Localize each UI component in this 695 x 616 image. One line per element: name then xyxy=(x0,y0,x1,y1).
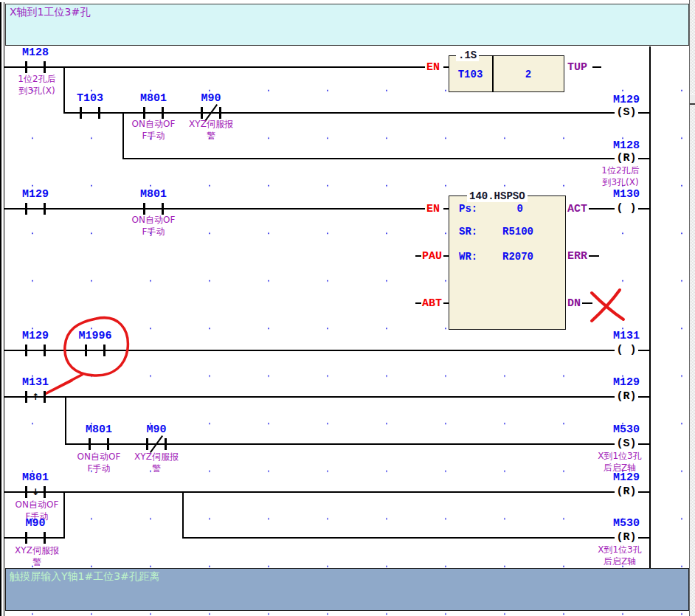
coil-label-n4-m530-set: M530 xyxy=(601,424,652,436)
contact-n5-m801-falling[interactable]: ↓ xyxy=(25,486,46,498)
coil-label-n1-m128-rst: M128 xyxy=(601,140,652,152)
coil-n4-m530-set[interactable]: (S) xyxy=(612,437,641,451)
contact-label-n3-m1996: M1996 xyxy=(59,331,131,342)
contact-n2-m801[interactable] xyxy=(143,203,164,215)
ladder-editor-canvas: X轴到1工位3#孔 M128 1位2孔后 到3孔(X) EN .1S T103 … xyxy=(0,0,695,616)
coil-comment-n4-m530-set: X到1位3孔 后启Z轴 xyxy=(587,450,652,474)
hspso-pin-err: ERR xyxy=(567,251,587,262)
contact-n1-t103[interactable] xyxy=(80,107,100,119)
contact-label-n3-m129: M129 xyxy=(6,331,65,342)
hspso-param-value-ps: 0 xyxy=(489,203,523,215)
network-comment-top[interactable]: X轴到1工位3#孔 xyxy=(5,4,689,46)
coil-label-n2-m130: M130 xyxy=(601,189,652,201)
coil-comment-n5-m530-rst: X到1位3孔 后启Z轴 xyxy=(587,544,652,567)
contact-label-n1-m128: M128 xyxy=(6,47,65,59)
contact-n1-m801[interactable] xyxy=(143,107,164,119)
hspso-pin-pau: PAU xyxy=(422,251,442,262)
network-comment-bottom-text: 触摸屏输入Y轴1#工位3#孔距离 xyxy=(10,570,160,584)
left-power-rail-outer xyxy=(0,2,1,616)
hspso-pin-abt: ABT xyxy=(422,298,442,309)
timer-name: T103 xyxy=(449,69,492,80)
falling-edge-icon: ↓ xyxy=(27,486,44,498)
contact-comment-n2-m801: ON自动OF F手动 xyxy=(115,214,192,238)
contact-label-n5-m801: M801 xyxy=(6,472,65,484)
hspso-block-title: 140.HSPSO xyxy=(467,190,528,202)
contact-label-n1-t103: T103 xyxy=(60,93,120,105)
contact-n1-m90-nc[interactable] xyxy=(201,107,221,119)
contact-comment-n1-m90: XYZ伺服报 警 xyxy=(173,118,249,142)
coil-n1-m128-rst[interactable]: (R) xyxy=(612,152,641,165)
contact-n2-m129[interactable] xyxy=(25,203,46,215)
coil-label-n4-m129-rst: M129 xyxy=(601,377,652,389)
right-power-rail xyxy=(649,46,651,568)
contact-n4-m90-nc[interactable] xyxy=(146,438,167,450)
contact-n1-m128[interactable] xyxy=(25,61,46,73)
network-comment-top-text: X轴到1工位3#孔 xyxy=(10,6,90,19)
contact-label-n2-m801: M801 xyxy=(124,189,183,201)
hspso-pin-act: ACT xyxy=(567,204,587,215)
coil-n5-m530-rst[interactable]: (R) xyxy=(612,531,641,544)
coil-n5-m129-rst[interactable]: (R) xyxy=(612,485,641,499)
hspso-param-value-wr: R2070 xyxy=(489,251,533,263)
contact-label-n1-m90: M90 xyxy=(181,93,241,105)
coil-label-n3-m131: M131 xyxy=(601,331,652,342)
contact-n3-m129[interactable] xyxy=(25,345,46,356)
coil-n1-m129-set[interactable]: (S) xyxy=(612,106,641,120)
contact-label-n5-m90: M90 xyxy=(6,518,65,530)
contact-n3-m1996[interactable] xyxy=(85,345,106,356)
coil-n3-m131-out[interactable]: ( ) xyxy=(612,344,641,357)
network-comment-bottom[interactable]: 触摸屏输入Y轴1#工位3#孔距离 xyxy=(5,568,689,611)
timer-pin-tup: TUP xyxy=(567,62,587,73)
contact-n4-m801[interactable] xyxy=(89,438,109,450)
coil-comment-n1-m128-rst: 1位2孔后 到3孔(X) xyxy=(589,165,652,188)
vertical-scrollbar-thumb[interactable] xyxy=(690,94,695,105)
hspso-function-block[interactable] xyxy=(449,195,566,330)
timer-time-base: .1S xyxy=(456,49,479,61)
contact-label-n1-m801: M801 xyxy=(124,93,183,105)
hspso-param-value-sr: R5100 xyxy=(489,226,533,238)
coil-label-n5-m129-rst: M129 xyxy=(601,472,652,484)
hspso-param-label-wr: WR: xyxy=(459,251,477,263)
contact-n4-m131-rising[interactable]: ↑ xyxy=(25,391,46,403)
hspso-param-label-sr: SR: xyxy=(459,226,477,238)
hspso-pin-en: EN xyxy=(426,204,440,215)
coil-label-n1-m129-set: M129 xyxy=(601,94,652,106)
coil-n2-m130-out[interactable]: ( ) xyxy=(612,202,641,215)
vertical-scrollbar-track[interactable] xyxy=(690,0,695,616)
rising-edge-icon: ↑ xyxy=(27,391,44,403)
hspso-param-label-ps: Ps: xyxy=(459,203,477,215)
coil-label-n5-m530-rst: M530 xyxy=(601,518,652,530)
timer-preset-value: 2 xyxy=(492,69,564,80)
contact-label-n4-m131: M131 xyxy=(6,377,65,389)
contact-comment-n4-m90: XYZ伺服报 警 xyxy=(118,451,195,474)
coil-n4-m129-rst[interactable]: (R) xyxy=(612,390,641,404)
contact-label-n2-m129: M129 xyxy=(6,189,65,201)
red-x-annotation xyxy=(587,286,628,325)
contact-comment-n5-m90: XYZ伺服报 警 xyxy=(3,544,71,568)
timer-pin-en: EN xyxy=(426,62,440,73)
contact-label-n4-m801: M801 xyxy=(69,424,128,436)
contact-n5-m90[interactable] xyxy=(25,532,46,544)
contact-label-n4-m90: M90 xyxy=(127,424,186,436)
hspso-pin-dn: DN xyxy=(567,298,581,309)
